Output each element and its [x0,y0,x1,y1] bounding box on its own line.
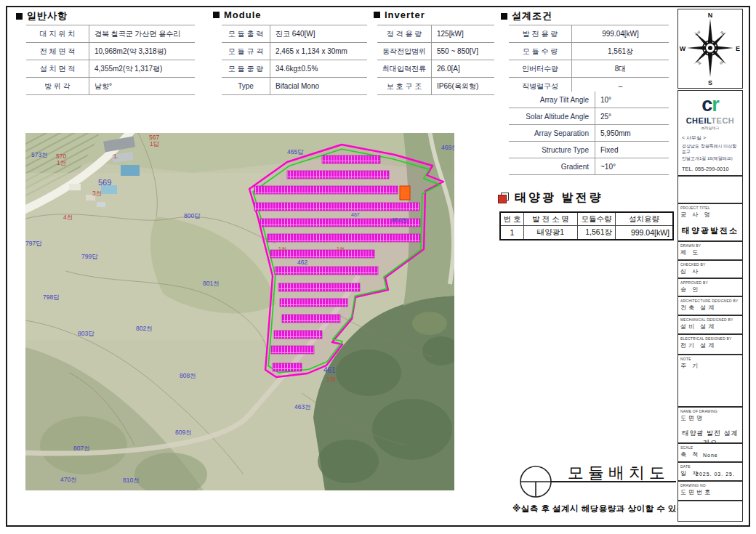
parcel-label: 1천 [57,159,66,166]
field-value: 10,968m2(약 3,318평) [89,43,195,60]
field-label-ko: 건축 설계 [680,304,742,312]
drawing-title-symbol [518,464,554,501]
design-conditions-table: 발 전 용 량999.04[kW]모 듈 수 량1,561장인버터수량8대직병렬… [509,25,669,95]
titleblock-name-of-drawing: NAME OF DRAWING도면명태양광 발전 설계 개요 [677,407,743,443]
field-label-ko: 설비 설계 [680,323,742,331]
parcel-label: 469천 [441,144,454,151]
field-label: 설 치 면 적 [26,60,89,77]
field-value: 진코 640[W] [270,25,367,42]
section-title: 일반사항 [27,9,68,23]
field-label-ko: 공 사 명 [680,211,742,219]
section-title: 설계조건 [512,9,552,23]
company-block: cr CHEILTECH ㈜제일테크 < 사무실 > 경상남도 창원특례시 마산… [677,90,743,176]
table-row: 방 위 각남향° [26,78,195,95]
field-label-en: MECHANICAL DESIGNED BY [680,317,742,322]
table-row: 모 듈 중 량34.6kg±0.5% [222,60,367,78]
section-title: Inverter [385,9,425,20]
parcel-label: 809천 [175,429,192,436]
parcel-label: 569 [98,178,111,187]
parcel-label: 1답 [150,140,160,147]
field-label: 모 듈 수 량 [509,43,572,60]
table-row: 대 지 위 치경북 칠곡군 가산면 용수리 [26,25,195,43]
section-title: Module [224,9,262,20]
column-header: 발 전 소 명 [524,213,578,226]
field-label: Array Tilt Angle [509,92,595,108]
parcel-label: 1천 [278,246,286,251]
inverter-spec-table: 정 격 용 량125[kW]동작전압범위550 ~ 850[V]최대입력전류26… [377,25,494,95]
tree-cluster [412,312,447,335]
module-spec-table: 모 듈 출 력진코 640[W]모 듈 규 격2,465 x 1,134 x 3… [222,25,367,95]
field-value: 5,950mm [595,125,669,141]
parcel-label: 799답 [81,253,98,260]
square-bullet-icon [16,13,23,20]
compass-rose-icon: N S W E NE NW SE SW [678,9,742,86]
parcel-label: 802천 [136,325,153,332]
table-row: 전 체 면 적10,968m2(약 3,318평) [26,43,195,60]
field-label-en: APPROVED BY [680,280,742,285]
field-label-en: ARCHITECTURE DESIGNED BY [680,299,742,303]
company-name: CHEILTECH [678,116,742,125]
field-value: Fixed [595,142,669,158]
generation-title: 태양광 발전량 [515,190,603,206]
svg-text:SE: SE [719,59,725,65]
titleblock-drawn-by: DRAWN BY제 도 [677,241,743,260]
field-label-en: ELECTRICAL DESIGNED BY [680,336,742,341]
field-value: 2,465 x 1,134 x 30mm [270,43,367,60]
table-row: Solar Altitude Angle25° [509,108,669,125]
table-row: Gradient~10° [509,158,669,175]
panel-row [287,171,389,179]
field-label: Gradient [509,158,595,174]
panel-row [268,234,420,242]
table-row: 모 듈 규 격2,465 x 1,134 x 30mm [222,43,367,60]
parcel-label: 1천 [337,246,345,251]
field-label: 정 격 용 량 [377,25,432,42]
table-cell: 1,561장 [578,226,616,239]
field-value: 10° [595,92,669,108]
svg-text:SW: SW [696,60,702,66]
panel-row [274,331,322,339]
column-header: 번 호 [501,213,524,226]
field-label-ko: 주 기 [680,362,742,370]
table-row: Array Tilt Angle10° [509,92,669,108]
field-label-ko: 심 사 [680,267,742,275]
field-label: 모 듈 출 력 [222,25,270,42]
svg-text:E: E [736,45,740,52]
field-value: IP66(옥외형) [432,78,494,94]
table-cell: 1 [501,226,524,239]
compass-box: N S W E NE NW SE SW [677,9,743,89]
field-label-ko: 전기 설계 [680,341,742,349]
parcel-label: 3천 [92,190,102,197]
parcel-label: 461 [323,366,336,374]
field-label-en: CHECKED BY [680,262,742,267]
generation-section-header: 태양광 발전량 [498,190,603,206]
table-row: Structure TypeFixed [509,142,669,158]
table-row: 인버터수량8대 [509,60,669,78]
drawing-title: 모듈배치도 [568,462,669,484]
panel-row [254,203,419,211]
parcel-label: 573천 [31,151,48,158]
parcel-label: 810천 [123,477,140,484]
panel-row [275,267,378,275]
field-label-ko: 승 인 [680,286,742,294]
field-value: 태양광발전소 [678,225,742,236]
titleblock-note: NOTE주 기 [677,355,743,407]
table-row: 정 격 용 량125[kW] [377,25,494,43]
parcel-label: 801천 [203,280,220,287]
field-label-en: NOTE [680,357,742,361]
field-label-en: DRAWING NO [680,483,742,488]
parcel-label: 797답 [25,240,42,247]
table-row: 보 호 구 조IP66(옥외형) [377,78,494,95]
field-value: 8대 [572,60,669,77]
field-value: 26.0[A] [432,60,494,77]
section-header-module: Module [213,9,262,20]
parcel-label: 807천 [73,445,90,452]
field-label-en: PROJECT TITEL [680,206,742,210]
titleblock-scale: SCALE축 척None [677,443,743,462]
titleblock-spacer [677,176,743,203]
array-parameters-table: Array Tilt Angle10°Solar Altitude Angle2… [509,92,669,175]
field-label-en: NAME OF DRAWING [680,409,742,413]
svg-text:NE: NE [720,31,726,37]
panel-row [254,186,398,194]
titleblock-spacer [677,501,743,522]
panel-row [273,363,302,371]
